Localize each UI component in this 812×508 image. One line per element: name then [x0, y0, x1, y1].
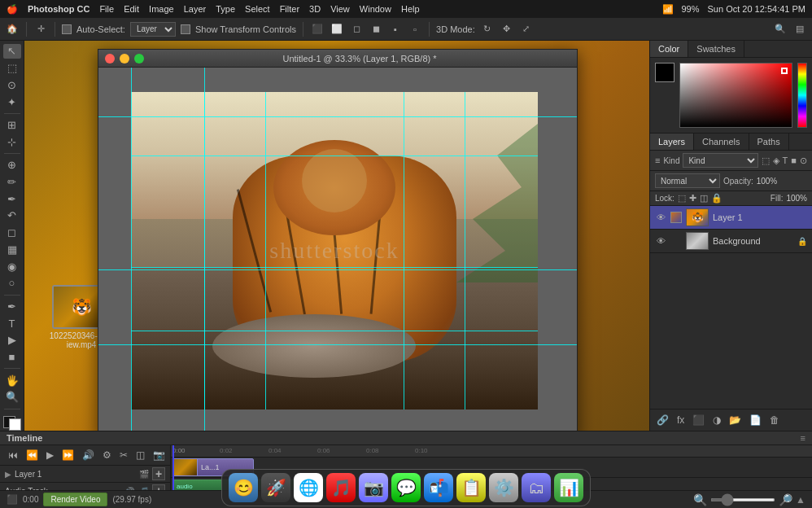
marquee-tool[interactable]: ⬚ [3, 61, 21, 76]
timeline-up-btn[interactable]: ▲ [796, 494, 805, 506]
menu-help[interactable]: Help [401, 4, 420, 14]
filter-smart-icon[interactable]: ⊙ [800, 155, 807, 166]
playhead[interactable] [172, 445, 174, 490]
audio-add-btn[interactable]: + [152, 484, 165, 490]
menu-view[interactable]: View [330, 4, 350, 14]
eyedropper-tool[interactable]: ⊹ [3, 134, 21, 149]
audio-btn[interactable]: 🔊 [81, 448, 96, 462]
brush-tool[interactable]: ✏ [3, 175, 21, 190]
align-top-icon[interactable]: ◼ [369, 22, 383, 37]
menu-image[interactable]: Image [149, 4, 174, 14]
menu-type[interactable]: Type [216, 4, 235, 14]
lock-all-icon[interactable]: 🔒 [711, 193, 723, 204]
lock-position-icon[interactable]: ✚ [689, 193, 696, 204]
layer1-add-btn[interactable]: + [152, 467, 165, 480]
dock-messages[interactable]: 💬 [391, 473, 421, 502]
dock-mail[interactable]: 📬 [424, 473, 453, 502]
image-canvas[interactable]: shutterstock [131, 92, 538, 409]
zoom-out-icon[interactable]: 🔍 [693, 493, 707, 506]
magic-wand-tool[interactable]: ✦ [3, 94, 21, 109]
history-brush-tool[interactable]: ↶ [3, 208, 21, 223]
clone-stamp-tool[interactable]: ✒ [3, 191, 21, 206]
filter-adjust-icon[interactable]: ◈ [773, 155, 779, 166]
play-btn[interactable]: ▶ [45, 448, 55, 462]
foreground-background-color[interactable] [3, 416, 21, 431]
auto-select-dropdown[interactable]: Layer Group [130, 22, 176, 37]
lock-artboard-icon[interactable]: ◫ [700, 193, 708, 204]
menu-file[interactable]: File [99, 4, 114, 14]
dock-finder2[interactable]: 🗂 [522, 473, 551, 502]
align-center-v-icon[interactable]: ▪ [388, 22, 403, 37]
menu-layer[interactable]: Layer [184, 4, 207, 14]
menu-photoshop[interactable]: Photoshop CC [28, 4, 89, 14]
move-tool-icon[interactable]: ✛ [33, 22, 48, 37]
layer-mask-btn[interactable]: ⬛ [691, 413, 706, 427]
dock-numbers[interactable]: 📊 [554, 473, 583, 502]
menu-window[interactable]: Window [360, 4, 391, 14]
dock-finder[interactable]: 😊 [229, 473, 258, 502]
zoom-in-icon[interactable]: 🔎 [779, 493, 792, 506]
settings-btn[interactable]: ⚙ [101, 448, 113, 462]
healing-brush-tool[interactable]: ⊕ [3, 158, 21, 173]
tab-color[interactable]: Color [650, 41, 688, 57]
blur-tool[interactable]: ◉ [3, 259, 21, 274]
tb-options-icon[interactable]: ⬛ [7, 494, 18, 505]
color-hue-slider[interactable] [797, 63, 807, 128]
type-tool[interactable]: T [3, 316, 21, 331]
dock-photos[interactable]: 📷 [359, 473, 388, 502]
layer1-track-expand[interactable]: ▶ [5, 470, 11, 479]
minimize-button[interactable] [120, 54, 129, 64]
crop-tool[interactable]: ⊞ [3, 118, 21, 133]
eraser-tool[interactable]: ◻ [3, 226, 21, 240]
background-visibility-toggle[interactable]: 👁 [655, 235, 666, 247]
menu-edit[interactable]: Edit [124, 4, 139, 14]
3d-pan-icon[interactable]: ✥ [500, 22, 514, 37]
menu-select[interactable]: Select [245, 4, 270, 14]
pen-tool[interactable]: ✒ [3, 300, 21, 314]
layer1-visibility-toggle[interactable]: 👁 [655, 212, 666, 223]
align-center-h-icon[interactable]: ⬜ [330, 22, 344, 37]
hand-tool[interactable]: 🖐 [3, 373, 21, 388]
timeline-zoom-slider[interactable] [710, 498, 775, 501]
align-right-icon[interactable]: ◻ [349, 22, 364, 37]
layer-group-btn[interactable]: 📂 [727, 413, 743, 427]
layer-new-btn[interactable]: 📄 [748, 413, 763, 427]
add-media-btn[interactable]: 📷 [151, 448, 167, 462]
layer-item-layer1[interactable]: 👁 🐯 Layer 1 [650, 206, 812, 230]
layer-item-background[interactable]: 👁 Background 🔒 [650, 230, 812, 253]
3d-zoom-icon[interactable]: ⤢ [519, 22, 534, 37]
tab-paths[interactable]: Paths [749, 134, 789, 150]
gradient-tool[interactable]: ▦ [3, 243, 21, 257]
dock-system-prefs[interactable]: ⚙️ [489, 473, 518, 502]
dodge-tool[interactable]: ○ [3, 276, 21, 291]
color-gradient-picker[interactable] [679, 63, 792, 128]
blend-mode-dropdown[interactable]: Normal Multiply Screen Overlay [655, 173, 720, 188]
layer-adjustment-btn[interactable]: ◑ [711, 413, 723, 427]
timeline-close-btn[interactable]: ≡ [801, 433, 805, 443]
show-transform-checkbox[interactable] [181, 24, 190, 34]
home-icon[interactable]: 🏠 [5, 22, 20, 37]
shape-tool[interactable]: ■ [3, 350, 21, 365]
render-video-btn[interactable]: Render Video [43, 493, 107, 506]
color-swatch[interactable] [655, 63, 674, 82]
step-back-btn[interactable]: ⏪ [24, 448, 40, 462]
dock-notes[interactable]: 📋 [456, 473, 486, 502]
dock-music[interactable]: 🎵 [326, 473, 356, 502]
dock-launchpad[interactable]: 🚀 [261, 473, 290, 502]
maximize-button[interactable] [134, 54, 144, 64]
search-icon[interactable]: 🔍 [773, 22, 788, 37]
tab-swatches[interactable]: Swatches [688, 41, 744, 57]
photoshop-document-window[interactable]: Untitled-1 @ 33.3% (Layer 1, RGB/8) * [98, 49, 578, 431]
fill-value[interactable]: 100% [786, 194, 807, 203]
align-bottom-icon[interactable]: ▫ [408, 22, 422, 37]
transition-btn[interactable]: ◫ [134, 448, 146, 462]
view-options-icon[interactable]: ▤ [792, 22, 807, 37]
go-to-start-btn[interactable]: ⏮ [7, 448, 20, 462]
background-color[interactable] [9, 418, 21, 431]
close-button[interactable] [105, 54, 115, 64]
filter-shape-icon[interactable]: ■ [791, 155, 797, 165]
layer-link-btn[interactable]: 🔗 [655, 413, 670, 427]
layer-fx-btn[interactable]: fx [675, 413, 686, 427]
tab-layers[interactable]: Layers [650, 134, 694, 150]
layers-filter-dropdown[interactable]: Kind Name Effect Mode [683, 153, 757, 168]
